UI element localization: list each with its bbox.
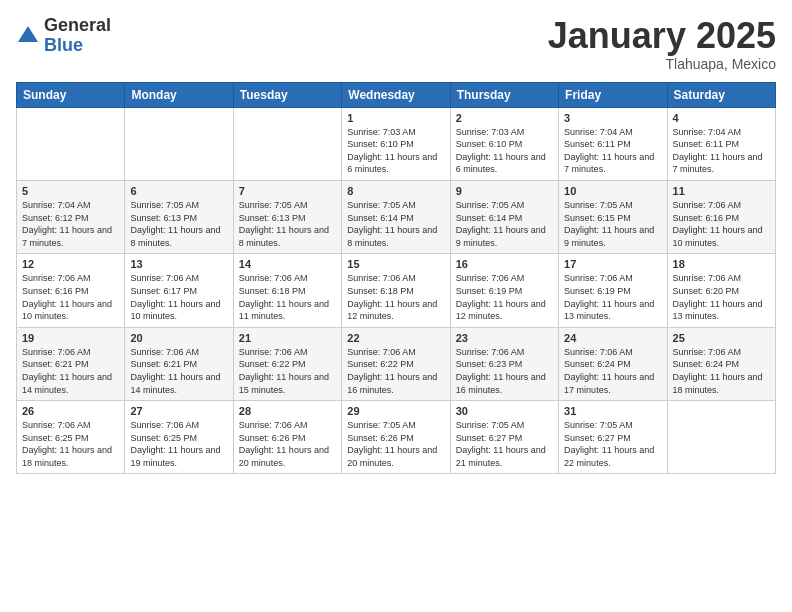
day-number: 18 (673, 258, 770, 270)
calendar-week-row: 26Sunrise: 7:06 AM Sunset: 6:25 PM Dayli… (17, 401, 776, 474)
calendar-week-row: 12Sunrise: 7:06 AM Sunset: 6:16 PM Dayli… (17, 254, 776, 327)
day-info: Sunrise: 7:04 AM Sunset: 6:11 PM Dayligh… (564, 126, 661, 176)
calendar-cell: 25Sunrise: 7:06 AM Sunset: 6:24 PM Dayli… (667, 327, 775, 400)
day-number: 1 (347, 112, 444, 124)
day-number: 10 (564, 185, 661, 197)
day-number: 24 (564, 332, 661, 344)
location-subtitle: Tlahuapa, Mexico (548, 56, 776, 72)
day-number: 16 (456, 258, 553, 270)
calendar-cell: 31Sunrise: 7:05 AM Sunset: 6:27 PM Dayli… (559, 401, 667, 474)
day-number: 19 (22, 332, 119, 344)
day-info: Sunrise: 7:06 AM Sunset: 6:21 PM Dayligh… (130, 346, 227, 396)
calendar-cell: 11Sunrise: 7:06 AM Sunset: 6:16 PM Dayli… (667, 180, 775, 253)
day-info: Sunrise: 7:05 AM Sunset: 6:15 PM Dayligh… (564, 199, 661, 249)
calendar-cell: 2Sunrise: 7:03 AM Sunset: 6:10 PM Daylig… (450, 107, 558, 180)
calendar-cell: 19Sunrise: 7:06 AM Sunset: 6:21 PM Dayli… (17, 327, 125, 400)
day-number: 29 (347, 405, 444, 417)
logo-text: General Blue (44, 16, 111, 56)
day-number: 13 (130, 258, 227, 270)
day-number: 12 (22, 258, 119, 270)
calendar-cell: 12Sunrise: 7:06 AM Sunset: 6:16 PM Dayli… (17, 254, 125, 327)
day-number: 7 (239, 185, 336, 197)
calendar-cell: 6Sunrise: 7:05 AM Sunset: 6:13 PM Daylig… (125, 180, 233, 253)
day-info: Sunrise: 7:06 AM Sunset: 6:26 PM Dayligh… (239, 419, 336, 469)
day-info: Sunrise: 7:06 AM Sunset: 6:16 PM Dayligh… (673, 199, 770, 249)
logo-general-text: General (44, 16, 111, 36)
day-number: 4 (673, 112, 770, 124)
day-number: 2 (456, 112, 553, 124)
calendar-cell: 13Sunrise: 7:06 AM Sunset: 6:17 PM Dayli… (125, 254, 233, 327)
day-info: Sunrise: 7:06 AM Sunset: 6:20 PM Dayligh… (673, 272, 770, 322)
logo-blue-text: Blue (44, 36, 111, 56)
day-number: 30 (456, 405, 553, 417)
calendar-table: SundayMondayTuesdayWednesdayThursdayFrid… (16, 82, 776, 475)
day-info: Sunrise: 7:06 AM Sunset: 6:19 PM Dayligh… (564, 272, 661, 322)
calendar-cell: 16Sunrise: 7:06 AM Sunset: 6:19 PM Dayli… (450, 254, 558, 327)
weekday-header: Friday (559, 82, 667, 107)
day-info: Sunrise: 7:05 AM Sunset: 6:27 PM Dayligh… (564, 419, 661, 469)
svg-marker-0 (18, 26, 38, 42)
calendar-cell: 1Sunrise: 7:03 AM Sunset: 6:10 PM Daylig… (342, 107, 450, 180)
day-number: 27 (130, 405, 227, 417)
day-number: 8 (347, 185, 444, 197)
calendar-cell (233, 107, 341, 180)
weekday-header: Saturday (667, 82, 775, 107)
weekday-header: Wednesday (342, 82, 450, 107)
calendar-cell: 9Sunrise: 7:05 AM Sunset: 6:14 PM Daylig… (450, 180, 558, 253)
calendar-cell: 20Sunrise: 7:06 AM Sunset: 6:21 PM Dayli… (125, 327, 233, 400)
day-number: 31 (564, 405, 661, 417)
day-info: Sunrise: 7:06 AM Sunset: 6:17 PM Dayligh… (130, 272, 227, 322)
calendar-week-row: 5Sunrise: 7:04 AM Sunset: 6:12 PM Daylig… (17, 180, 776, 253)
day-info: Sunrise: 7:06 AM Sunset: 6:16 PM Dayligh… (22, 272, 119, 322)
calendar-cell: 17Sunrise: 7:06 AM Sunset: 6:19 PM Dayli… (559, 254, 667, 327)
calendar-cell: 29Sunrise: 7:05 AM Sunset: 6:26 PM Dayli… (342, 401, 450, 474)
title-area: January 2025 Tlahuapa, Mexico (548, 16, 776, 72)
day-info: Sunrise: 7:06 AM Sunset: 6:24 PM Dayligh… (564, 346, 661, 396)
day-info: Sunrise: 7:05 AM Sunset: 6:13 PM Dayligh… (130, 199, 227, 249)
weekday-header: Sunday (17, 82, 125, 107)
day-number: 26 (22, 405, 119, 417)
day-number: 20 (130, 332, 227, 344)
weekday-header: Monday (125, 82, 233, 107)
calendar-cell: 3Sunrise: 7:04 AM Sunset: 6:11 PM Daylig… (559, 107, 667, 180)
day-number: 28 (239, 405, 336, 417)
calendar-cell: 18Sunrise: 7:06 AM Sunset: 6:20 PM Dayli… (667, 254, 775, 327)
day-info: Sunrise: 7:05 AM Sunset: 6:26 PM Dayligh… (347, 419, 444, 469)
day-number: 15 (347, 258, 444, 270)
day-number: 6 (130, 185, 227, 197)
logo-icon (16, 24, 40, 48)
calendar-cell: 15Sunrise: 7:06 AM Sunset: 6:18 PM Dayli… (342, 254, 450, 327)
calendar-cell: 23Sunrise: 7:06 AM Sunset: 6:23 PM Dayli… (450, 327, 558, 400)
calendar-cell: 28Sunrise: 7:06 AM Sunset: 6:26 PM Dayli… (233, 401, 341, 474)
day-number: 14 (239, 258, 336, 270)
day-info: Sunrise: 7:06 AM Sunset: 6:21 PM Dayligh… (22, 346, 119, 396)
day-info: Sunrise: 7:05 AM Sunset: 6:27 PM Dayligh… (456, 419, 553, 469)
day-info: Sunrise: 7:06 AM Sunset: 6:18 PM Dayligh… (239, 272, 336, 322)
day-number: 5 (22, 185, 119, 197)
day-number: 23 (456, 332, 553, 344)
day-number: 11 (673, 185, 770, 197)
calendar-cell: 7Sunrise: 7:05 AM Sunset: 6:13 PM Daylig… (233, 180, 341, 253)
day-info: Sunrise: 7:05 AM Sunset: 6:14 PM Dayligh… (347, 199, 444, 249)
logo: General Blue (16, 16, 111, 56)
calendar-cell (667, 401, 775, 474)
page-header: General Blue January 2025 Tlahuapa, Mexi… (16, 16, 776, 72)
day-info: Sunrise: 7:04 AM Sunset: 6:12 PM Dayligh… (22, 199, 119, 249)
day-number: 17 (564, 258, 661, 270)
day-info: Sunrise: 7:06 AM Sunset: 6:25 PM Dayligh… (130, 419, 227, 469)
day-number: 21 (239, 332, 336, 344)
calendar-cell: 10Sunrise: 7:05 AM Sunset: 6:15 PM Dayli… (559, 180, 667, 253)
day-number: 22 (347, 332, 444, 344)
calendar-week-row: 1Sunrise: 7:03 AM Sunset: 6:10 PM Daylig… (17, 107, 776, 180)
day-info: Sunrise: 7:03 AM Sunset: 6:10 PM Dayligh… (347, 126, 444, 176)
day-info: Sunrise: 7:05 AM Sunset: 6:13 PM Dayligh… (239, 199, 336, 249)
calendar-cell: 21Sunrise: 7:06 AM Sunset: 6:22 PM Dayli… (233, 327, 341, 400)
day-info: Sunrise: 7:06 AM Sunset: 6:23 PM Dayligh… (456, 346, 553, 396)
calendar-cell: 8Sunrise: 7:05 AM Sunset: 6:14 PM Daylig… (342, 180, 450, 253)
day-info: Sunrise: 7:06 AM Sunset: 6:24 PM Dayligh… (673, 346, 770, 396)
day-info: Sunrise: 7:04 AM Sunset: 6:11 PM Dayligh… (673, 126, 770, 176)
calendar-cell: 5Sunrise: 7:04 AM Sunset: 6:12 PM Daylig… (17, 180, 125, 253)
weekday-header: Tuesday (233, 82, 341, 107)
day-number: 25 (673, 332, 770, 344)
day-info: Sunrise: 7:03 AM Sunset: 6:10 PM Dayligh… (456, 126, 553, 176)
